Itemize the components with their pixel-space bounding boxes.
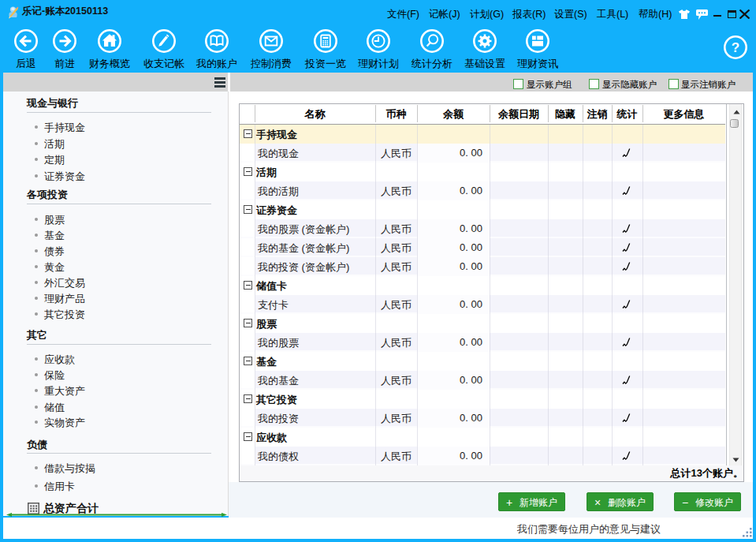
svg-text:?: ? — [732, 40, 739, 55]
